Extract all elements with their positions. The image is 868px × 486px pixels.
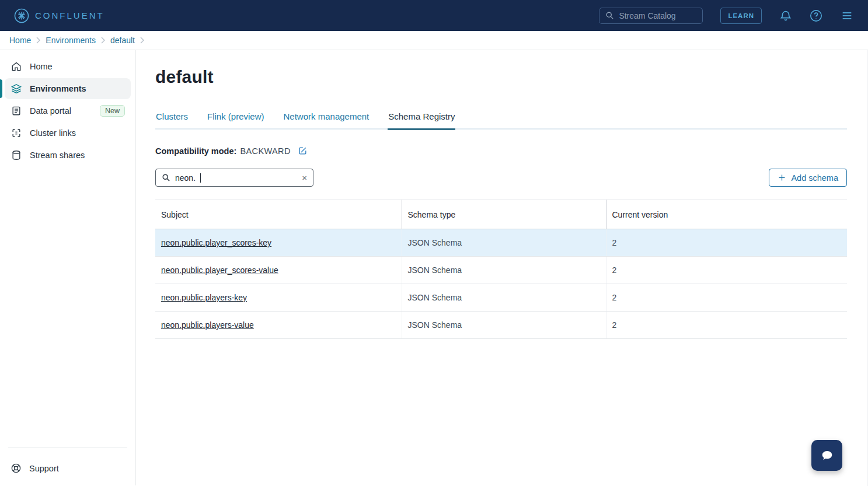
breadcrumb-environments[interactable]: Environments: [46, 36, 96, 45]
sidebar-item-support[interactable]: Support: [5, 458, 131, 478]
brand: CONFLUENT: [14, 8, 104, 23]
clear-search-button[interactable]: ×: [302, 173, 307, 182]
chevron-right-icon: [36, 37, 40, 44]
home-icon: [11, 61, 22, 72]
compatibility-mode-row: Compatibility mode: BACKWARD: [155, 146, 847, 156]
current-version-cell: 2: [606, 257, 847, 284]
sidebar-item-environments[interactable]: Environments: [5, 78, 131, 99]
tab-clusters[interactable]: Clusters: [155, 111, 189, 130]
stream-catalog-input[interactable]: [619, 11, 696, 20]
tab-network-management[interactable]: Network management: [283, 111, 370, 130]
schemas-table: Subject Schema type Current version neon…: [155, 200, 847, 339]
new-badge: New: [100, 105, 125, 117]
sidebar-item-cluster-links[interactable]: Cluster links: [5, 123, 131, 144]
sidebar-item-home[interactable]: Home: [5, 56, 131, 77]
sidebar-item-data-portal[interactable]: Data portal New: [5, 100, 131, 121]
sidebar-item-label: Environments: [30, 84, 86, 93]
sidebar-item-label: Stream shares: [30, 151, 85, 160]
sidebar: Home Environments Data port: [0, 50, 136, 485]
confluent-logo-icon: [14, 8, 29, 23]
database-icon: [11, 149, 22, 161]
chat-bubble-icon: [819, 447, 835, 464]
chevron-right-icon: [101, 37, 105, 44]
subject-link[interactable]: neon.public.players-value: [161, 320, 254, 330]
schema-type-cell: JSON Schema: [402, 284, 606, 312]
current-version-cell: 2: [606, 312, 847, 339]
table-row[interactable]: neon.public.player_scores-key JSON Schem…: [155, 229, 847, 257]
sidebar-item-label: Cluster links: [30, 128, 76, 138]
schema-type-cell: JSON Schema: [402, 312, 606, 339]
stream-catalog-search[interactable]: [599, 8, 703, 24]
table-header-row: Subject Schema type Current version: [155, 200, 847, 229]
sidebar-item-stream-shares[interactable]: Stream shares: [5, 145, 131, 166]
compatibility-mode-value: BACKWARD: [240, 146, 290, 156]
edit-compatibility-button[interactable]: [298, 146, 308, 156]
tab-flink-preview[interactable]: Flink (preview): [207, 111, 265, 130]
table-controls: neon. × Add schema: [155, 169, 847, 187]
breadcrumb-default[interactable]: default: [110, 36, 135, 45]
sidebar-footer: Support: [0, 447, 135, 480]
hamburger-icon: [840, 9, 854, 22]
sidebar-item-label: Support: [29, 464, 59, 473]
top-navbar: CONFLUENT LEARN: [0, 0, 868, 31]
bell-icon: [779, 9, 792, 22]
column-header-current-version[interactable]: Current version: [606, 200, 847, 229]
tab-bar: Clusters Flink (preview) Network managem…: [155, 111, 847, 130]
edit-icon: [298, 146, 308, 156]
compatibility-mode-label: Compatibility mode:: [155, 146, 236, 156]
layers-icon: [11, 83, 22, 95]
column-header-subject[interactable]: Subject: [155, 200, 402, 229]
table-row[interactable]: neon.public.player_scores-value JSON Sch…: [155, 257, 847, 284]
help-button[interactable]: [810, 9, 822, 22]
page-title: default: [155, 67, 847, 87]
lifebuoy-icon: [11, 463, 22, 474]
topbar-actions: LEARN: [599, 8, 854, 24]
search-icon: [605, 11, 614, 20]
menu-button[interactable]: [840, 9, 854, 22]
table-row[interactable]: neon.public.players-key JSON Schema 2: [155, 284, 847, 312]
brand-name: CONFLUENT: [35, 11, 104, 20]
text-caret: [200, 173, 201, 183]
document-icon: [11, 105, 22, 117]
schema-type-cell: JSON Schema: [402, 257, 606, 284]
subject-link[interactable]: neon.public.player_scores-value: [161, 265, 278, 275]
help-icon: [810, 9, 822, 22]
cluster-links-icon: [11, 127, 22, 139]
current-version-cell: 2: [606, 284, 847, 312]
sidebar-item-label: Data portal: [30, 106, 71, 116]
subject-link[interactable]: neon.public.players-key: [161, 293, 247, 302]
breadcrumb: Home Environments default: [0, 31, 868, 50]
main-content: default Clusters Flink (preview) Network…: [136, 50, 868, 485]
schema-type-cell: JSON Schema: [402, 229, 606, 257]
add-schema-button[interactable]: Add schema: [769, 169, 847, 187]
chevron-right-icon: [140, 37, 144, 44]
column-header-schema-type[interactable]: Schema type: [402, 200, 606, 229]
subject-link[interactable]: neon.public.player_scores-key: [161, 238, 271, 247]
tab-schema-registry[interactable]: Schema Registry: [388, 111, 455, 130]
scrollbar-track: [867, 50, 867, 486]
sidebar-item-label: Home: [30, 62, 53, 71]
chat-widget-button[interactable]: [811, 440, 842, 471]
current-version-cell: 2: [606, 229, 847, 257]
search-icon: [162, 173, 170, 182]
search-query-text: neon.: [175, 173, 196, 183]
learn-button[interactable]: LEARN: [720, 8, 762, 24]
subject-search-input[interactable]: neon. ×: [155, 169, 313, 187]
plus-icon: [778, 173, 786, 182]
sidebar-divider: [8, 447, 127, 447]
notifications-button[interactable]: [779, 9, 792, 22]
table-row[interactable]: neon.public.players-value JSON Schema 2: [155, 312, 847, 339]
breadcrumb-home[interactable]: Home: [9, 36, 31, 45]
add-schema-label: Add schema: [791, 173, 838, 183]
